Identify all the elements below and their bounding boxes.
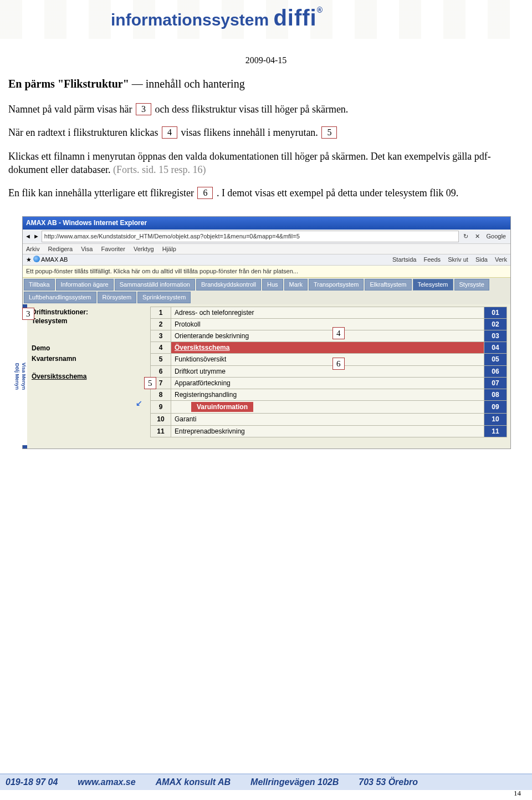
tab-sammanstalld[interactable]: Sammanställd information xyxy=(115,279,195,291)
row-name[interactable]: Garanti xyxy=(171,414,484,425)
tab-transport[interactable]: Transportsystem xyxy=(309,279,364,291)
tool-verktyg[interactable]: Verk xyxy=(495,256,507,263)
row-name[interactable]: Apparatförteckning xyxy=(171,377,484,389)
brand-reg: ® xyxy=(317,6,323,14)
tab-rorsystem[interactable]: Rörsystem xyxy=(98,292,137,303)
row-number: 4 xyxy=(151,342,171,354)
tab-tillbaka[interactable]: Tillbaka xyxy=(24,279,55,291)
menu-list: 1Adress- och telefonregister012Protokoll… xyxy=(147,304,510,449)
tab-elkraft[interactable]: Elkraftsystem xyxy=(365,279,411,291)
menu-arkiv[interactable]: Arkiv xyxy=(26,246,39,252)
callout-box-4: 4 xyxy=(162,126,177,139)
row-name[interactable]: Varuinformation xyxy=(171,401,484,414)
row-name[interactable]: Adress- och telefonregister xyxy=(171,307,484,318)
tab-telesystem[interactable]: Telesystem xyxy=(413,279,453,291)
row-right-number: 09 xyxy=(484,401,507,414)
callout-6: 6 xyxy=(332,358,345,370)
footer-web: www.amax.se xyxy=(78,777,135,787)
tab-mark[interactable]: Mark xyxy=(284,279,308,291)
callout-box-6: 6 xyxy=(197,187,213,199)
nav-fwd-icon[interactable]: ► xyxy=(33,232,39,241)
callout-box-3: 3 xyxy=(136,103,151,115)
brand: informationssystem diffi® xyxy=(111,6,323,30)
side-toggle[interactable]: Visa Menyn Dölj Menyn xyxy=(23,304,27,449)
side-dolj[interactable]: Dölj Menyn xyxy=(14,308,21,445)
url-field[interactable]: http://www.amax.se/Kundstatsidor_HTM/Dem… xyxy=(42,231,459,242)
table-row[interactable]: 6Driftkort utrymme06 xyxy=(151,365,507,377)
window-titlebar: AMAX AB - Windows Internet Explorer xyxy=(23,217,510,229)
left-demo: Demo xyxy=(32,344,142,353)
stop-icon[interactable]: ✕ xyxy=(473,232,482,241)
callout-5: 5 xyxy=(144,377,156,389)
left-kvartersnamn: Kvartersnamn xyxy=(32,354,142,363)
menu-favoriter[interactable]: Favoriter xyxy=(101,246,125,252)
para-2: När en radtext i flikstrukturen klickas … xyxy=(8,126,524,139)
fav-icon[interactable]: ★ xyxy=(26,256,32,263)
row-right-number: 07 xyxy=(484,377,507,389)
doc-heading: En pärms "Flikstruktur" — innehåll och h… xyxy=(8,77,524,91)
refresh-icon[interactable]: ↻ xyxy=(461,232,470,241)
row-right-number: 10 xyxy=(484,414,507,425)
row-right-number: 06 xyxy=(484,365,507,377)
callout-box-5: 5 xyxy=(321,126,337,139)
row-name[interactable]: Entreprenadbeskrivning xyxy=(171,425,484,437)
row-right-number: 01 xyxy=(484,307,507,318)
row-name[interactable]: Funktionsöversikt xyxy=(171,354,484,365)
tab-styrsystem[interactable]: Styrsyste xyxy=(454,279,489,291)
row-name[interactable]: Registeringshandling xyxy=(171,389,484,401)
globe-icon xyxy=(33,256,40,262)
left-oversiktsschema[interactable]: Översiktsschema xyxy=(32,372,142,381)
tab-brandskydd[interactable]: Brandskyddskontroll xyxy=(196,279,261,291)
row-number: 1 xyxy=(151,307,171,318)
left-panel: Driftinstruktioner: Telesystem Demo Kvar… xyxy=(27,304,147,449)
tool-startsida[interactable]: Startsida xyxy=(392,256,416,263)
row-number: 3 xyxy=(151,330,171,342)
row-right-number: 11 xyxy=(484,425,507,437)
popup-infobar[interactable]: Ett popup-fönster tillåts tillfälligt. K… xyxy=(23,266,510,278)
row-name[interactable]: Orienterande beskrivning xyxy=(171,330,484,342)
page-footer: 019-18 97 04 www.amax.se AMAX konsult AB… xyxy=(0,773,532,790)
para-1: Namnet på vald pärm visas här 3 och dess… xyxy=(8,103,524,116)
tab-hus[interactable]: Hus xyxy=(262,279,283,291)
browser-menubar[interactable]: Arkiv Redigera Visa Favoriter Verktyg Hj… xyxy=(23,244,510,255)
menu-visa[interactable]: Visa xyxy=(81,246,93,252)
left-subheader: Telesystem xyxy=(32,317,142,325)
row-name[interactable]: Protokoll xyxy=(171,318,484,330)
row-right-number: 03 xyxy=(484,330,507,342)
table-row[interactable]: 8Registeringshandling08 xyxy=(151,389,507,401)
nav-back-icon[interactable]: ◄ xyxy=(25,232,31,241)
callout-4: 4 xyxy=(332,327,345,339)
tool-feeds[interactable]: Feeds xyxy=(424,256,441,263)
footer-address: Mellringevägen 102B xyxy=(250,777,339,787)
table-row[interactable]: 9Varuinformation09 xyxy=(151,401,507,414)
table-row[interactable]: 7Apparatförteckning07 xyxy=(151,377,507,389)
tab-info-agare[interactable]: Information ägare xyxy=(56,279,114,291)
table-row[interactable]: 4Översiktsschema04 xyxy=(151,342,507,354)
callout-3: 3 xyxy=(22,308,34,320)
row-number: 2 xyxy=(151,318,171,330)
row-name[interactable]: Översiktsschema xyxy=(171,342,484,354)
tool-sida[interactable]: Sida xyxy=(475,256,488,263)
table-row[interactable]: 5Funktionsöversikt05 xyxy=(151,354,507,365)
left-header: Driftinstruktioner: xyxy=(32,308,142,317)
footer-company: AMAX konsult AB xyxy=(156,777,231,787)
table-row[interactable]: 1Adress- och telefonregister01 xyxy=(151,307,507,318)
arrow-icon: ↙ xyxy=(136,399,142,407)
menu-redigera[interactable]: Redigera xyxy=(48,246,73,252)
tab-sprinkler[interactable]: Sprinklersystem xyxy=(137,292,191,303)
address-bar[interactable]: ◄ ► http://www.amax.se/Kundstatsidor_HTM… xyxy=(23,230,510,244)
row-number: 10 xyxy=(151,414,171,425)
menu-hjalp[interactable]: Hjälp xyxy=(162,246,176,252)
menu-verktyg[interactable]: Verktyg xyxy=(134,246,154,252)
table-row[interactable]: 11Entreprenadbeskrivning11 xyxy=(151,425,507,437)
table-row[interactable]: 2Protokoll02 xyxy=(151,318,507,330)
browser-tab[interactable]: AMAX AB xyxy=(41,256,68,263)
side-visa[interactable]: Visa Menyn xyxy=(21,308,27,445)
search-box[interactable]: Google xyxy=(484,232,508,241)
tool-skrivut[interactable]: Skriv ut xyxy=(448,256,468,263)
tab-luftbehandling[interactable]: Luftbehandlingssystem xyxy=(24,292,96,303)
row-name[interactable]: Driftkort utrymme xyxy=(171,365,484,377)
table-row[interactable]: 10Garanti10 xyxy=(151,414,507,425)
brand-diffi: diffi xyxy=(273,6,316,30)
table-row[interactable]: 3Orienterande beskrivning03 xyxy=(151,330,507,342)
